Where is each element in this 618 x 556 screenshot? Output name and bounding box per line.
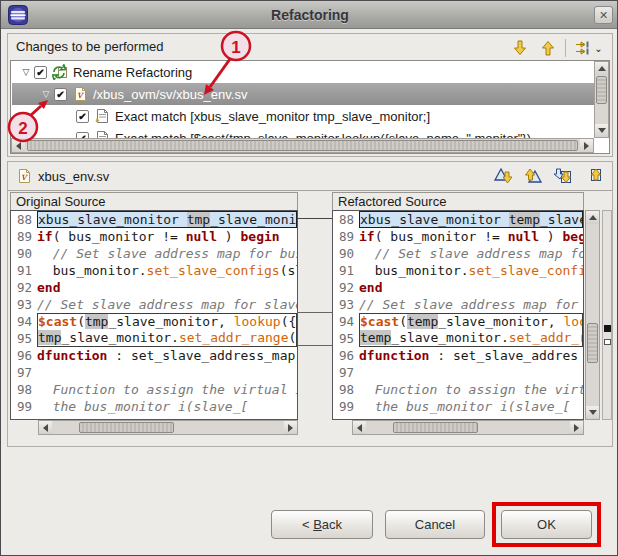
refactoring-dialog: Refactoring ✕ Changes to be performed <box>0 0 618 556</box>
code-line: 97 <box>11 364 297 381</box>
line-number: 91 <box>11 262 37 279</box>
scroll-up-icon[interactable] <box>586 211 599 224</box>
tree-item-label: Rename Refactoring <box>73 65 192 80</box>
file-tab-label: xbus_env.sv <box>38 169 109 184</box>
compare-vscroll-thumb[interactable] <box>587 323 598 363</box>
file-checkbox[interactable]: ✔ <box>54 88 67 101</box>
scroll-right-icon[interactable] <box>580 139 593 152</box>
scroll-up-icon[interactable] <box>595 62 608 75</box>
file-tab[interactable]: v xbus_env.sv <box>8 162 612 191</box>
original-source-header: Original Source <box>10 192 298 210</box>
code-line: 94$cast(temp_slave_monitor, lookup({slav <box>333 313 583 330</box>
tree-horizontal-scrollbar[interactable] <box>11 138 594 153</box>
select-next-change-button[interactable] <box>509 37 531 59</box>
expander-icon[interactable]: ▽ <box>38 89 54 99</box>
changes-toolbar: ⌄ <box>509 36 606 60</box>
code-line: 93// Set slave address map for slave <box>333 296 583 313</box>
line-number: 93 <box>11 296 37 313</box>
line-number: 94 <box>11 313 37 330</box>
cancel-button[interactable]: Cancel <box>385 510 485 539</box>
scroll-down-icon[interactable] <box>595 124 608 137</box>
back-button[interactable]: < Back <box>271 510 373 539</box>
code-line: 89if( bus_monitor != null ) begin <box>11 228 297 245</box>
diff-connector <box>298 218 332 219</box>
code-line: 95tmp_slave_monitor.set_addr_range(min_ <box>11 330 297 347</box>
filter-changes-icon <box>575 40 593 56</box>
sv-file-icon: v <box>16 168 32 184</box>
tree-item-file-xbus-env[interactable]: ▽ ✔ v /xbus_ovm/sv/xbus_env.sv <box>12 83 594 105</box>
scroll-left-icon[interactable] <box>39 421 52 434</box>
select-previous-change-button[interactable] <box>537 37 559 59</box>
next-difference-button[interactable] <box>492 165 514 187</box>
line-number: 88 <box>11 211 37 228</box>
eclipse-logo-icon <box>8 5 28 25</box>
previous-difference-icon <box>523 167 543 185</box>
scroll-down-icon[interactable] <box>586 406 599 419</box>
sv-file-icon: v <box>72 86 88 102</box>
code-line: 97 <box>333 364 583 381</box>
code-line: 90 // Set slave address map for bus <box>11 245 297 262</box>
left-pane-hscrollbar[interactable] <box>38 420 298 435</box>
line-number: 99 <box>333 398 359 415</box>
line-number: 94 <box>333 313 359 330</box>
tree-item-label: Exact match [xbus_slave_monitor tmp_slav… <box>115 109 430 124</box>
scroll-left-icon[interactable] <box>12 139 25 152</box>
arrow-down-icon <box>512 40 528 56</box>
right-hscroll-thumb[interactable] <box>393 422 478 433</box>
tree-item-exact-match-2[interactable]: ✔ Exact match [$cast(tmp_slave_monitor.l… <box>12 127 594 138</box>
line-number: 95 <box>11 330 37 347</box>
code-line: 90 // Set slave address map for bus <box>333 245 583 262</box>
next-change-icon <box>553 167 573 185</box>
previous-change-icon <box>583 167 603 185</box>
back-button-label: < Back <box>302 517 342 532</box>
line-number: 92 <box>333 279 359 296</box>
scroll-right-icon[interactable] <box>570 421 583 434</box>
code-line: 99 the bus_monitor i(slave_[ <box>11 398 297 415</box>
close-button[interactable]: ✕ <box>594 6 613 24</box>
tree-item-exact-match-1[interactable]: ✔ Exact match [xbus_slave_monitor tmp_sl… <box>12 105 594 127</box>
code-line: 93// Set slave address map for slave <box>11 296 297 313</box>
line-number: 89 <box>11 228 37 245</box>
line-number: 95 <box>333 330 359 347</box>
diff-marker-current[interactable] <box>604 325 611 332</box>
line-number: 98 <box>11 381 37 398</box>
code-line: 96dfunction : set_slave_addres <box>333 347 583 364</box>
line-number: 97 <box>333 364 359 381</box>
arrow-up-icon <box>540 40 556 56</box>
changes-header: Changes to be performed <box>16 39 163 54</box>
diff-gutter <box>298 210 332 420</box>
tree-item-label: /xbus_ovm/sv/xbus_env.sv <box>93 87 247 102</box>
diff-marker[interactable] <box>604 339 611 345</box>
code-line: 98 Function to assign the virtual int <box>11 381 297 398</box>
title-bar[interactable]: Refactoring ✕ <box>1 1 618 29</box>
overview-ruler[interactable] <box>602 210 612 420</box>
code-line: 89if( bus_monitor != null ) begin <box>333 228 583 245</box>
scroll-right-icon[interactable] <box>284 421 297 434</box>
filter-changes-button[interactable]: ⌄ <box>572 37 606 59</box>
code-line: 92end <box>333 279 583 296</box>
previous-difference-button[interactable] <box>522 165 544 187</box>
changes-tree: ▽ ✔ Rename Refactoring ▽ ✔ v <box>10 60 610 154</box>
refactored-source-header: Refactored Source <box>332 192 584 210</box>
code-line: 92end <box>11 279 297 296</box>
line-number: 97 <box>11 364 37 381</box>
text-change-icon <box>94 108 110 124</box>
compare-vertical-scrollbar[interactable] <box>585 210 600 420</box>
match-checkbox[interactable]: ✔ <box>76 110 89 123</box>
tree-vscroll-thumb[interactable] <box>596 76 607 104</box>
scroll-left-icon[interactable] <box>353 421 366 434</box>
next-change-button[interactable] <box>552 165 574 187</box>
left-hscroll-thumb[interactable] <box>79 422 174 433</box>
tree-item-rename-refactoring[interactable]: ▽ ✔ Rename Refactoring <box>12 61 594 83</box>
right-pane-hscrollbar[interactable] <box>352 420 584 435</box>
refactored-source-pane: 88xbus_slave_monitor temp_slave_monitor;… <box>332 210 584 420</box>
ok-button-label: OK <box>537 517 556 532</box>
line-number: 92 <box>11 279 37 296</box>
tree-vertical-scrollbar[interactable] <box>594 61 609 138</box>
rename-refactoring-checkbox[interactable]: ✔ <box>34 66 47 79</box>
diff-connector <box>298 345 332 346</box>
tree-hscroll-thumb[interactable] <box>27 140 578 151</box>
ok-button[interactable]: OK <box>501 510 592 539</box>
previous-change-button[interactable] <box>582 165 604 187</box>
expander-icon[interactable]: ▽ <box>18 67 34 77</box>
